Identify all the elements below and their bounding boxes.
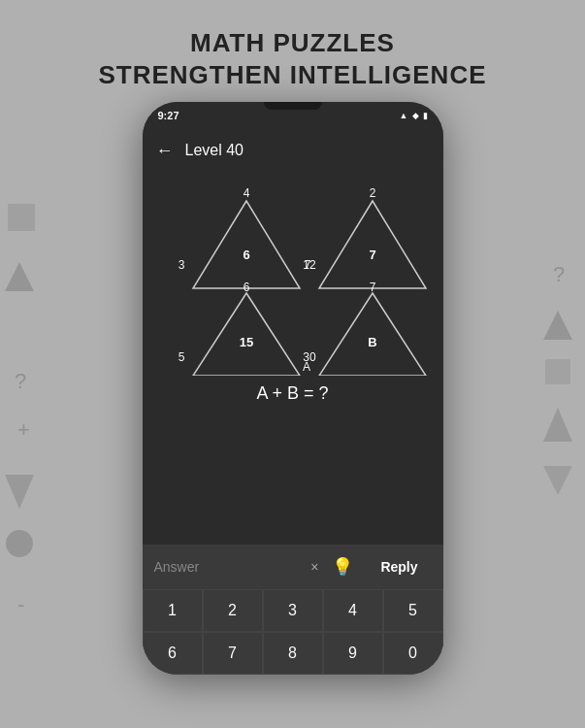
svg-text:+: + <box>17 417 30 442</box>
title-area: MATH PUZZLES STRENGTHEN INTELLIGENCE <box>98 0 486 102</box>
answer-placeholder[interactable]: Answer <box>154 559 311 575</box>
svg-marker-11 <box>543 466 572 495</box>
puzzle-area: 4 3 12 6 6 5 30 15 2 <box>143 172 443 545</box>
svg-text:7: 7 <box>305 258 311 272</box>
svg-text:B: B <box>368 335 376 349</box>
svg-text:-: - <box>17 592 24 616</box>
svg-text:15: 15 <box>240 335 253 349</box>
status-icons: ▲ ◆ ▮ <box>400 111 428 120</box>
svg-text:5: 5 <box>179 350 185 364</box>
svg-rect-9 <box>545 359 570 384</box>
numpad-key-4[interactable]: 4 <box>323 589 383 632</box>
svg-text:14: 14 <box>430 258 431 272</box>
svg-text:?: ? <box>553 262 565 286</box>
svg-text:7: 7 <box>370 281 376 294</box>
wifi-icon: ◆ <box>412 111 419 120</box>
svg-marker-4 <box>5 475 34 509</box>
svg-text:7: 7 <box>369 248 375 262</box>
svg-text:4: 4 <box>244 186 250 200</box>
triangles-container: 4 3 12 6 6 5 30 15 2 <box>143 182 443 376</box>
svg-text:6: 6 <box>244 281 250 294</box>
svg-marker-22 <box>319 201 426 288</box>
svg-text:28: 28 <box>430 360 431 374</box>
level-title: Level 40 <box>185 142 244 159</box>
svg-text:6: 6 <box>243 248 249 262</box>
numpad-key-2[interactable]: 2 <box>203 589 263 632</box>
svg-text:2: 2 <box>370 186 376 200</box>
numpad-key-9[interactable]: 9 <box>323 632 383 675</box>
svg-marker-10 <box>543 408 572 442</box>
reply-button[interactable]: Reply <box>367 553 431 580</box>
numpad-key-6[interactable]: 6 <box>143 632 203 675</box>
numpad-key-7[interactable]: 7 <box>203 632 263 675</box>
back-button[interactable]: ← <box>156 141 174 161</box>
app-header: ← Level 40 <box>143 129 443 172</box>
svg-point-5 <box>6 530 33 557</box>
signal-icon: ▲ <box>400 111 408 120</box>
numpad-key-0[interactable]: 0 <box>383 632 443 675</box>
numpad: 1 2 3 4 5 6 7 8 9 0 <box>143 589 443 675</box>
hint-button[interactable]: 💡 <box>332 556 353 578</box>
numpad-key-3[interactable]: 3 <box>263 589 323 632</box>
page-title-line2: STRENGTHEN INTELLIGENCE <box>98 59 486 91</box>
svg-marker-1 <box>5 262 34 291</box>
status-time: 9:27 <box>158 110 179 121</box>
battery-icon: ▮ <box>423 111 428 120</box>
clear-button[interactable]: × <box>310 559 318 575</box>
page-title-line1: MATH PUZZLES <box>98 27 486 59</box>
answer-row: Answer × 💡 Reply <box>143 545 443 589</box>
puzzle-question: A + B = ? <box>256 383 328 404</box>
svg-marker-8 <box>543 311 572 340</box>
svg-text:3: 3 <box>179 258 185 272</box>
numpad-key-1[interactable]: 1 <box>143 589 203 632</box>
svg-text:A: A <box>303 360 310 374</box>
svg-marker-12 <box>193 201 300 288</box>
numpad-key-8[interactable]: 8 <box>263 632 323 675</box>
phone-notch <box>264 102 322 110</box>
svg-text:?: ? <box>15 369 26 393</box>
numpad-key-5[interactable]: 5 <box>383 589 443 632</box>
phone-frame: 9:27 ▲ ◆ ▮ ← Level 40 4 3 12 6 <box>143 102 443 675</box>
svg-rect-0 <box>8 204 35 231</box>
